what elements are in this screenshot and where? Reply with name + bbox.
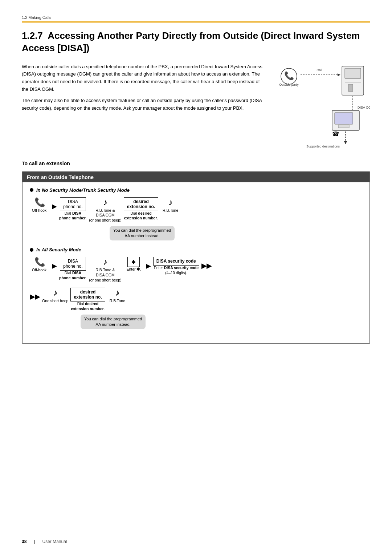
mode2-title: In All Security Mode (30, 247, 362, 252)
mode2-step4-label: Enter ✱. (126, 267, 141, 272)
mode2-step2: DISA phone no. Dial DISAphone number. (59, 257, 87, 280)
mode2-step1-label: Off-hook. (32, 268, 48, 273)
disa-phone-box-1: DISA phone no. (60, 197, 86, 211)
tone-icon-1: ♪ (103, 197, 107, 207)
mode2-section: In All Security Mode 📞 Off-hook. ▶ DISA … (30, 247, 362, 329)
page-number: 38 (22, 539, 26, 544)
mode2-step3-label: R.B.Tone &DISA OGM(or one short beep) (89, 268, 121, 283)
svg-marker-17 (344, 141, 347, 144)
desired-ext-box-2: desired extension no. (70, 288, 105, 301)
svg-rect-9 (348, 84, 353, 92)
page: 1.2 Making Calls 1.2.7 Accessing Another… (0, 0, 392, 555)
mode2-step5-label: Enter DISA security code(4–10 digits). (154, 266, 199, 275)
mode2-row2-step1-label: One short beep (42, 299, 68, 304)
footer-manual-label: User Manual (42, 539, 67, 544)
mode2-arrow1: ▶ (52, 262, 57, 270)
svg-text:☎: ☎ (332, 131, 339, 137)
svg-rect-13 (335, 113, 353, 124)
top-bar: 1.2 Making Calls (22, 15, 370, 23)
svg-marker-4 (338, 73, 340, 76)
desired-ext-box-1: desired extension no. (124, 197, 158, 211)
disa-security-box: DISA security code (153, 257, 199, 266)
mode1-arrow1: ▶ (52, 202, 57, 210)
mode1-step3: ♪ R.B.Tone &DISA OGM(or one short beep) (89, 197, 122, 223)
mode2-step2-label: Dial DISAphone number. (59, 271, 87, 280)
mode2-step4: ✱ Enter ✱. (124, 257, 144, 272)
mode2-arrow2: ▶ (146, 262, 151, 270)
tone-icon-3: ♪ (103, 257, 107, 267)
mode1-step2: DISA phone no. Dial DISAphone number. (59, 197, 87, 221)
footer-divider: | (34, 539, 35, 544)
mode1-section: In No Security Mode/Trunk Security Mode … (30, 187, 362, 241)
mode1-callout: You can dial the preprogrammedAA number … (110, 226, 175, 241)
disa-phone-box-2: DISA phone no. (60, 257, 86, 271)
mode1-step3-label: R.B.Tone &DISA OGM(or one short beep) (89, 208, 121, 223)
bullet-icon-2 (30, 248, 33, 252)
mode1-step5: ♪ R.B.Tone (160, 197, 180, 213)
mode1-step4: desired extension no. Dial desiredextens… (124, 197, 158, 221)
svg-text:DISA OGM: DISA OGM (358, 106, 370, 109)
bullet-icon (30, 188, 33, 192)
mode2-row1: 📞 Off-hook. ▶ DISA phone no. Dial DISAph… (30, 257, 362, 283)
tone-icon-5: ♪ (115, 288, 119, 298)
mode2-row2-step3-label: R.B.Tone (110, 299, 125, 304)
mode2-step5: DISA security code Enter DISA security c… (153, 257, 199, 275)
intro-paragraph-1: When an outside caller dials a specified… (22, 63, 265, 93)
mode1-flow-line: 📞 Off-hook. ▶ DISA phone no. Dial DISAph… (30, 197, 362, 223)
svg-text:Supported destinations: Supported destinations (306, 145, 340, 148)
svg-rect-14 (338, 125, 349, 128)
mode2-row2-step1: ♪ One short beep (42, 288, 68, 304)
phone-offhook-icon: 📞 (34, 197, 45, 207)
flow-container: From an Outside Telephone In No Security… (22, 171, 370, 344)
subsection-heading: To call an extension (22, 161, 370, 166)
diagram-block: 📞 Outside party Call DISA OGM (276, 63, 370, 150)
mode2-row2-step3: ♪ R.B.Tone (107, 288, 127, 304)
mode2-row2-step2: desired extension no. Dial desiredextens… (70, 288, 105, 311)
mode2-callout: You can dial the preprogrammedAA number … (81, 315, 146, 329)
intro-block: When an outside caller dials a specified… (22, 63, 370, 150)
mode1-title: In No Security Mode/Trunk Security Mode (30, 187, 362, 193)
mode2-row2-step2-label: Dial desiredextension number. (71, 301, 105, 311)
mode1-step4-label: Dial desiredextension number. (124, 211, 158, 221)
mode1-step1-label: Off-hook. (32, 208, 48, 213)
intro-paragraph-2: The caller may also be able to access sy… (22, 97, 265, 112)
svg-rect-7 (345, 68, 361, 78)
diagram-svg: 📞 Outside party Call DISA OGM (276, 63, 370, 150)
intro-text: When an outside caller dials a specified… (22, 63, 265, 150)
mode2-step3: ♪ R.B.Tone &DISA OGM(or one short beep) (89, 257, 122, 283)
mode2-row2: ▶▶ ♪ One short beep desired extension no… (30, 288, 362, 311)
mode1-step2-label: Dial DISAphone number. (59, 211, 87, 221)
svg-text:Call: Call (317, 68, 322, 72)
tone-icon-2: ♪ (168, 197, 173, 207)
breadcrumb: 1.2 Making Calls (22, 15, 51, 20)
svg-text:📞: 📞 (284, 71, 294, 81)
mode1-step5-label: R.B.Tone (163, 208, 178, 213)
star-box: ✱ (127, 257, 140, 267)
tone-icon-4: ♪ (53, 288, 57, 298)
mode2-row2-arrow-start: ▶▶ (30, 293, 40, 301)
mode1-step1: 📞 Off-hook. (30, 197, 50, 213)
mode2-arrow3: ▶▶ (201, 262, 212, 270)
footer: 38 | User Manual (22, 536, 370, 544)
mode2-step1: 📞 Off-hook. (30, 257, 50, 273)
flow-header: From an Outside Telephone (23, 172, 369, 182)
svg-text:Outside party: Outside party (279, 83, 299, 86)
section-title: 1.2.7 Accessing Another Party Directly f… (22, 30, 370, 54)
phone-offhook-icon-2: 📞 (34, 257, 45, 267)
